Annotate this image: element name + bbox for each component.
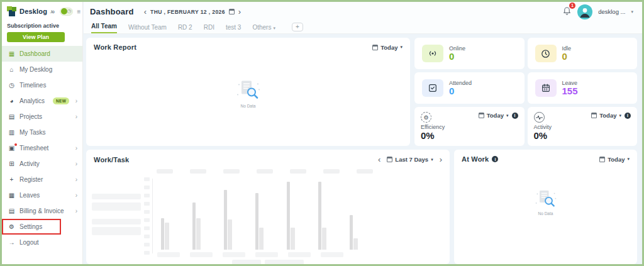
dashboard-content: Work Report Today ▾ [84, 34, 642, 264]
gear-icon: ⚙ [8, 223, 15, 230]
tab-all-team[interactable]: All Team [91, 23, 117, 33]
topbar: Dashboard ‹ THU , FEBRUARY 12 , 2026 › 1 [84, 2, 642, 34]
stat-value: 155 [562, 86, 578, 97]
next-day-icon[interactable]: › [238, 8, 241, 16]
calendar-icon: ▦ [8, 192, 15, 199]
chevron-down-icon: ▾ [273, 26, 275, 30]
current-date: THU , FEBRUARY 12 , 2026 [150, 9, 225, 15]
chevron-right-icon: › [75, 160, 77, 167]
filter-label: Today [599, 112, 616, 119]
skeleton-x-label [321, 252, 343, 257]
skeleton-bar [255, 193, 258, 250]
sidebar-item-my-tasks[interactable]: ▥ My Tasks [2, 125, 82, 140]
next-range-icon[interactable]: › [440, 155, 442, 163]
tab-rdi[interactable]: RDI [204, 24, 214, 33]
tab-test-3[interactable]: test 3 [226, 24, 241, 33]
skeleton-bar [192, 202, 196, 250]
chevron-down-icon: ▾ [619, 113, 621, 118]
tab-others[interactable]: Others▾ [252, 24, 275, 33]
toggle-on-dot [61, 8, 67, 14]
sidebar-item-activity[interactable]: ⊞ Activity › [2, 156, 82, 172]
user-name[interactable]: desklog ... [598, 8, 625, 15]
efficiency-filter-dropdown[interactable]: Today ▾ [479, 112, 509, 119]
calendar-picker-icon[interactable] [229, 9, 235, 14]
sidebar-item-analytics[interactable]: ◕ Analytics NEW › [2, 93, 82, 109]
sidebar-item-leaves[interactable]: ▦ Leaves › [2, 187, 82, 203]
sidebar-item-billing-invoice[interactable]: ▤ Billing & Invoice › [2, 203, 82, 219]
chevron-down-icon: ▾ [506, 113, 509, 118]
stat-card-attended: Attended 0 [414, 72, 525, 104]
skeleton-legend-item [265, 260, 304, 264]
team-tabs: All Team Without Team RD 2 RDI test 3 Ot… [84, 21, 642, 33]
metric-value: 0% [421, 130, 518, 141]
skeleton-block [92, 227, 141, 235]
add-team-tab-button[interactable]: + [292, 23, 303, 31]
tab-without-team[interactable]: Without Team [128, 24, 167, 33]
prev-range-icon[interactable]: ‹ [378, 155, 380, 163]
skeleton-bar [287, 182, 290, 250]
prev-day-icon[interactable]: ‹ [144, 8, 147, 16]
sidebar-item-logout[interactable]: → Logout [2, 235, 82, 250]
no-data-icon [235, 80, 262, 103]
sidebar-item-label: Dashboard [19, 50, 50, 57]
info-icon[interactable]: i [625, 113, 631, 119]
notification-bell-icon[interactable]: 1 [562, 6, 572, 18]
at-work-empty-state: No Data [534, 189, 558, 216]
skeleton-chip [223, 169, 240, 174]
skeleton-x-label [223, 252, 245, 257]
skeleton-bar [353, 238, 358, 250]
view-plan-button[interactable]: View Plan [7, 32, 65, 42]
sidebar-collapse-icon[interactable]: ≡ [77, 8, 81, 15]
skeleton-y-tick [144, 202, 150, 206]
sidebar-item-timesheet[interactable]: ▣ Timesheet › [2, 140, 82, 156]
sidebar-item-label: Leaves [19, 192, 40, 199]
sidebar-item-dashboard[interactable]: ▦ Dashboard [2, 46, 82, 62]
activity-filter-dropdown[interactable]: Today ▾ [591, 112, 621, 119]
theme-toggle[interactable]: ◷ [60, 8, 73, 16]
skeleton-bar-group [192, 202, 201, 250]
skeleton-top-chips [157, 169, 373, 174]
skeleton-block [92, 202, 141, 211]
metric-value: 0% [534, 130, 631, 141]
stat-card-online: Online 0 [414, 38, 525, 69]
clock-icon [535, 45, 557, 62]
work-report-filter-dropdown[interactable]: Today ▾ [372, 44, 402, 51]
page-title: Dashboard [90, 7, 134, 16]
no-data-label: No Data [241, 104, 256, 108]
info-icon[interactable]: i [512, 113, 518, 119]
sidebar-item-label: Timesheet [19, 145, 48, 152]
skeleton-y-tick [144, 251, 150, 255]
sidebar-nav: ▦ Dashboard ⌂ My Desklog ◷ Timelines ◕ A… [2, 46, 82, 250]
sidebar-item-label: Register [19, 176, 43, 183]
pie-chart-icon: ◕ [8, 97, 15, 104]
user-avatar[interactable] [577, 4, 592, 19]
skeleton-y-ticks [144, 177, 150, 255]
logo-row: Desklog.io ◷ ≡ [2, 2, 82, 19]
info-icon[interactable]: i [492, 156, 498, 162]
tasks-icon: ▥ [8, 129, 15, 136]
skeleton-y-tick [144, 210, 150, 214]
subscription-status: Subscription active [2, 19, 82, 29]
skeleton-chart-groups [161, 179, 358, 250]
sidebar-item-label: Projects [19, 113, 42, 120]
stat-card-leave: Leave 155 [528, 72, 638, 104]
tab-rd-2[interactable]: RD 2 [178, 24, 192, 33]
skeleton-x-label [288, 252, 311, 257]
at-work-filter-dropdown[interactable]: Today ▾ [599, 156, 630, 163]
sidebar: Desklog.io ◷ ≡ Subscription active View … [2, 2, 83, 264]
desklog-app-window: Desklog.io ◷ ≡ Subscription active View … [0, 0, 644, 266]
sidebar-item-label: Logout [19, 239, 39, 246]
skeleton-bar [161, 218, 164, 250]
skeleton-x-label [255, 252, 278, 257]
stat-value: 0 [449, 52, 465, 62]
calendar-icon [479, 113, 484, 118]
sidebar-item-timelines[interactable]: ◷ Timelines [2, 77, 82, 93]
sidebar-item-my-desklog[interactable]: ⌂ My Desklog [2, 62, 82, 77]
sidebar-item-register[interactable]: + Register › [2, 172, 82, 187]
skeleton-bar [291, 228, 295, 250]
sidebar-item-settings[interactable]: ⚙ Settings [2, 219, 61, 235]
logout-icon: → [8, 239, 15, 246]
sidebar-item-projects[interactable]: ▤ Projects › [2, 109, 82, 125]
work-task-filter-dropdown[interactable]: Last 7 Days ▾ [387, 156, 433, 163]
user-menu-caret-icon[interactable]: ▾ [631, 9, 633, 14]
